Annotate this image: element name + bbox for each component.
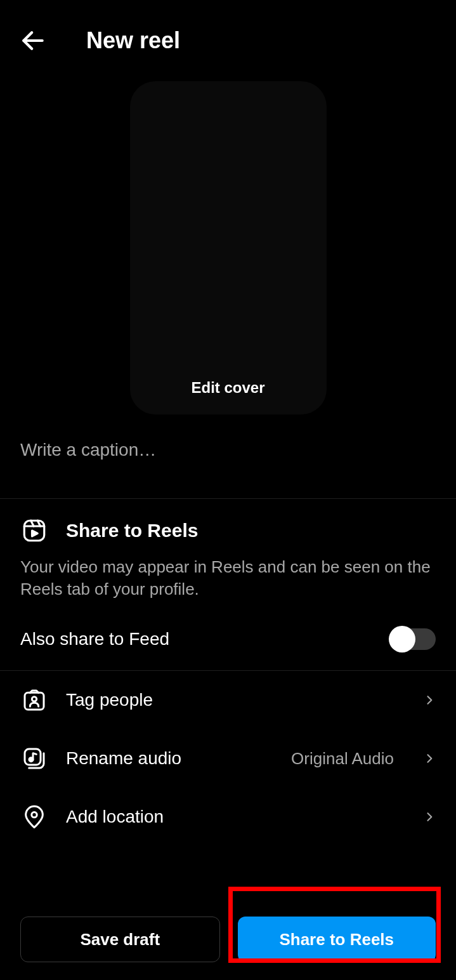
caption-input[interactable]: [20, 440, 436, 460]
share-to-reels-section: Share to Reels Your video may appear in …: [0, 499, 456, 613]
tag-people-row[interactable]: Tag people: [0, 671, 456, 729]
share-to-reels-description: Your video may appear in Reels and can b…: [20, 556, 436, 600]
section-head: Share to Reels: [20, 517, 436, 545]
rename-audio-row[interactable]: Rename audio Original Audio: [0, 729, 456, 788]
share-to-reels-title: Share to Reels: [66, 520, 198, 541]
back-button[interactable]: [18, 25, 48, 56]
share-to-reels-button[interactable]: Share to Reels: [238, 917, 436, 962]
chevron-right-icon: [423, 752, 436, 765]
rename-audio-label: Rename audio: [66, 748, 273, 769]
caption-area: [0, 414, 456, 498]
rename-audio-value: Original Audio: [291, 749, 394, 769]
toggle-knob: [389, 626, 415, 652]
cover-preview-wrap: Edit cover: [0, 81, 456, 414]
cover-preview[interactable]: Edit cover: [130, 81, 327, 414]
reels-icon: [20, 517, 48, 545]
location-icon: [20, 803, 48, 831]
page-title: New reel: [86, 27, 180, 54]
header: New reel: [0, 0, 456, 69]
chevron-right-icon: [423, 694, 436, 706]
chevron-right-icon: [423, 811, 436, 823]
tag-people-label: Tag people: [66, 690, 405, 710]
audio-icon: [20, 745, 48, 772]
add-location-label: Add location: [66, 807, 405, 827]
also-share-feed-toggle[interactable]: [390, 628, 436, 650]
also-share-feed-label: Also share to Feed: [20, 629, 169, 649]
edit-cover-label: Edit cover: [130, 379, 327, 397]
add-location-row[interactable]: Add location: [0, 788, 456, 856]
arrow-left-icon: [19, 27, 47, 55]
footer: Save draft Share to Reels: [0, 904, 456, 980]
also-share-feed-row: Also share to Feed: [0, 613, 456, 670]
tag-people-icon: [20, 686, 48, 714]
svg-point-9: [32, 812, 37, 818]
save-draft-button[interactable]: Save draft: [20, 917, 220, 962]
svg-point-6: [32, 697, 36, 701]
